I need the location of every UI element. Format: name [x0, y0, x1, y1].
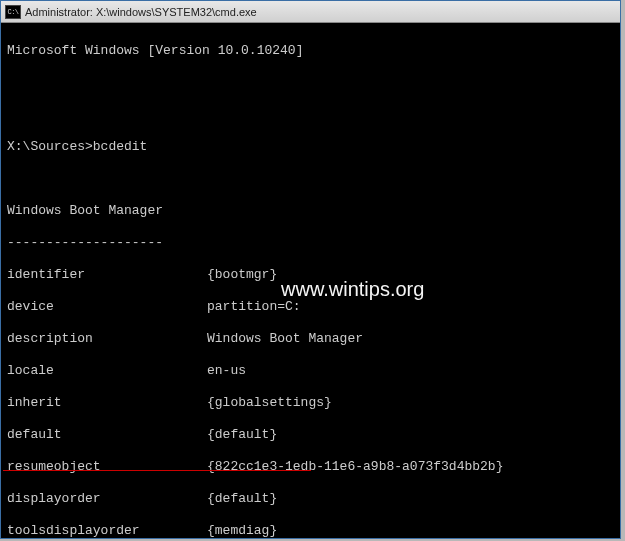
kv-value: {globalsettings}	[207, 395, 332, 410]
section-divider: --------------------	[7, 235, 614, 251]
highlight-underline	[3, 470, 311, 471]
kv-row: localeen-us	[7, 363, 614, 379]
kv-label: resumeobject	[7, 459, 207, 475]
kv-value: {default}	[207, 427, 277, 442]
kv-row: identifier{bootmgr}	[7, 267, 614, 283]
cmd-icon: C:\	[5, 5, 21, 19]
kv-label: default	[7, 427, 207, 443]
terminal-output[interactable]: Microsoft Windows [Version 10.0.10240] X…	[1, 23, 620, 538]
kv-label: inherit	[7, 395, 207, 411]
kv-label: identifier	[7, 267, 207, 283]
titlebar[interactable]: C:\ Administrator: X:\windows\SYSTEM32\c…	[1, 1, 620, 23]
kv-row: descriptionWindows Boot Manager	[7, 331, 614, 347]
kv-label: locale	[7, 363, 207, 379]
prompt-line: X:\Sources>bcdedit	[7, 139, 614, 155]
kv-value: partition=C:	[207, 299, 301, 314]
kv-label: device	[7, 299, 207, 315]
kv-row: toolsdisplayorder{memdiag}	[7, 523, 614, 538]
kv-row: resumeobject{822cc1e3-1edb-11e6-a9b8-a07…	[7, 459, 614, 475]
version-line: Microsoft Windows [Version 10.0.10240]	[7, 43, 614, 59]
cmd-icon-text: C:\	[7, 8, 18, 16]
blank-line	[7, 107, 614, 123]
kv-label: toolsdisplayorder	[7, 523, 207, 538]
kv-label: description	[7, 331, 207, 347]
watermark: www.wintips.org	[281, 281, 424, 297]
blank-line	[7, 75, 614, 91]
blank-line	[7, 171, 614, 187]
kv-value: Windows Boot Manager	[207, 331, 363, 346]
kv-row: devicepartition=C:	[7, 299, 614, 315]
kv-value: en-us	[207, 363, 246, 378]
section-title: Windows Boot Manager	[7, 203, 614, 219]
kv-value: {default}	[207, 491, 277, 506]
kv-row: default{default}	[7, 427, 614, 443]
window-title: Administrator: X:\windows\SYSTEM32\cmd.e…	[25, 6, 257, 18]
kv-value: {822cc1e3-1edb-11e6-a9b8-a073f3d4bb2b}	[207, 459, 503, 474]
kv-row: inherit{globalsettings}	[7, 395, 614, 411]
kv-label: displayorder	[7, 491, 207, 507]
cmd-window: C:\ Administrator: X:\windows\SYSTEM32\c…	[0, 0, 621, 539]
kv-row: displayorder{default}	[7, 491, 614, 507]
kv-value: {memdiag}	[207, 523, 277, 538]
kv-value: {bootmgr}	[207, 267, 277, 282]
